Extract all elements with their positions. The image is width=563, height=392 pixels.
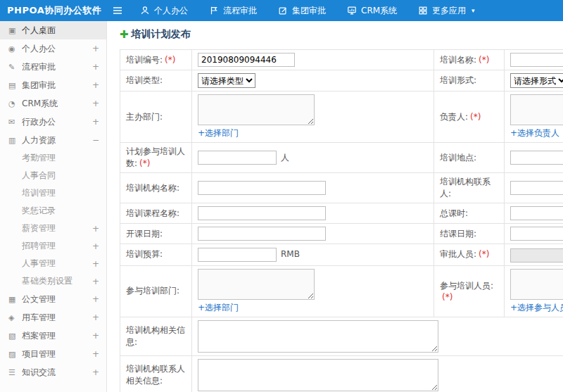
unit-label: RMB: [281, 249, 300, 259]
form-row: 主办部门: +选择部门 负责人:(*) +选择负责人: [120, 91, 563, 143]
sidebar-item-hr-contracts[interactable]: 人事合同: [0, 167, 106, 184]
form-row: 培训机构联系人相关信息:: [120, 355, 563, 392]
archive-icon: ▧: [8, 331, 22, 341]
sidebar-item-human-resources[interactable]: ▥ 人力资源 −: [0, 131, 106, 149]
select-department-link[interactable]: +选择部门: [198, 302, 239, 314]
field-label: 审批人员:(*): [434, 244, 505, 266]
sidebar-item-crm-system[interactable]: ◔ CRM系统 +: [0, 94, 106, 113]
leader-textarea[interactable]: [510, 94, 563, 125]
training-type-select[interactable]: 请选择类型: [198, 73, 255, 88]
org-info-textarea[interactable]: [198, 320, 438, 353]
org-name-input[interactable]: [198, 181, 326, 195]
sidebar-item-knowledge-exchange[interactable]: ☰ 知识交流 +: [0, 363, 106, 381]
sidebar-item-salary-mgmt[interactable]: 薪资管理 +: [0, 220, 106, 237]
field-label: 培训机构名称:: [120, 173, 192, 203]
plus-icon: ✚: [120, 30, 129, 40]
budget-input[interactable]: [198, 248, 277, 262]
field-label: 培训课程名称:: [120, 203, 192, 224]
participant-count-input[interactable]: [198, 151, 277, 165]
field-label: 培训机构联系人相关信息:: [120, 355, 192, 392]
approver-input[interactable]: [510, 248, 563, 263]
select-participants-link[interactable]: +选择参与人员: [510, 302, 563, 314]
course-name-input[interactable]: [198, 206, 326, 220]
car-icon: ◈: [8, 313, 22, 322]
sidebar-item-base-category-settings[interactable]: 基础类别设置 +: [0, 272, 106, 290]
end-date-input[interactable]: [510, 227, 563, 241]
crm-icon: ◔: [8, 99, 22, 108]
people-icon: ▥: [8, 136, 22, 145]
field-label: 参与培训人员:(*): [434, 265, 505, 317]
field-label: 计划参与培训人数:(*): [120, 143, 192, 173]
chart-icon: [347, 6, 357, 15]
sidebar-item-project-mgmt[interactable]: ▨ 项目管理 +: [0, 345, 106, 363]
org-contact-info-textarea[interactable]: [198, 359, 438, 391]
sidebar-item-personnel-mgmt[interactable]: 人事管理 +: [0, 255, 106, 272]
training-location-input[interactable]: [510, 151, 563, 165]
sidebar-item-personal-office[interactable]: ◉ 个人办公 +: [0, 39, 106, 58]
sidebar-item-personal-desktop[interactable]: ▣ 个人桌面: [0, 21, 106, 39]
field-label: 培训机构相关信息:: [120, 317, 192, 355]
training-id-input[interactable]: [198, 53, 295, 67]
field-label: 培训机构联系人:: [434, 173, 505, 203]
document-icon: ▦: [8, 295, 22, 304]
sidebar-item-archive-mgmt[interactable]: ▧ 档案管理 +: [0, 327, 106, 345]
field-label: 开课日期:: [120, 224, 192, 244]
topnav-crm-system[interactable]: CRM系统: [336, 0, 407, 21]
training-form-select[interactable]: 请选择形式: [510, 73, 563, 88]
main-content: ✚ 培训计划发布 培训编号:(*) 培训名称:(*) 培训类型: 请选择类型 培…: [107, 21, 563, 392]
training-name-input[interactable]: [510, 53, 563, 67]
sidebar-item-admin-office[interactable]: ✉ 行政办公 +: [0, 113, 106, 131]
participating-staff-textarea[interactable]: [510, 269, 563, 300]
sidebar-item-group-approval[interactable]: ▤ 集团审批 +: [0, 76, 106, 94]
total-hours-input[interactable]: [510, 206, 563, 220]
flag-icon: [209, 6, 219, 15]
select-leader-link[interactable]: +选择负责人: [510, 127, 559, 139]
page-title: ✚ 培训计划发布: [120, 28, 563, 41]
approval-icon: ✎: [8, 63, 22, 72]
sidebar: ▣ 个人桌面 ◉ 个人办公 + ✎ 流程审批 + ▤ 集团审批 + ◔ CRM系…: [0, 21, 107, 392]
topnav-more-apps[interactable]: 更多应用 ▾: [407, 0, 486, 21]
form-row: 培训类型: 请选择类型 培训形式: 请选择形式: [120, 70, 563, 91]
stamp-icon: ▤: [8, 81, 22, 90]
topbar: PHPOA协同办公软件 个人办公 流程审批 集团审批 CRM系统 更多应用 ▾: [0, 0, 563, 21]
hamburger-menu-icon[interactable]: [106, 5, 129, 16]
grid-icon: [418, 6, 428, 15]
participating-departments-textarea[interactable]: [198, 269, 315, 300]
sidebar-item-vehicle-mgmt[interactable]: ◈ 用车管理 +: [0, 308, 106, 327]
sidebar-item-rewards-records[interactable]: 奖惩记录: [0, 202, 106, 220]
form-row: 开课日期: 结课日期:: [120, 224, 563, 244]
form-row: 培训机构相关信息:: [120, 317, 563, 355]
app-logo: PHPOA协同办公软件: [0, 4, 106, 17]
field-label: 培训类型:: [120, 70, 192, 91]
topnav-process-approval[interactable]: 流程审批: [198, 0, 267, 21]
person-icon: ◉: [8, 44, 22, 53]
field-label: 总课时:: [434, 203, 505, 224]
project-icon: ▨: [8, 350, 22, 359]
sidebar-item-document-mgmt[interactable]: ▦ 公文管理 +: [0, 290, 106, 308]
host-department-textarea[interactable]: [198, 94, 315, 125]
sidebar-item-attendance-mgmt[interactable]: 考勤管理: [0, 149, 106, 167]
field-label: 结课日期:: [434, 224, 505, 244]
field-label: 负责人:(*): [434, 91, 505, 143]
field-label: 培训名称:(*): [434, 50, 505, 70]
sidebar-item-recruitment-mgmt[interactable]: 招聘管理 +: [0, 237, 106, 255]
form-row: 培训课程名称: 总课时:: [120, 203, 563, 224]
training-plan-form: 培训编号:(*) 培训名称:(*) 培训类型: 请选择类型 培训形式: 请选择形…: [120, 49, 563, 392]
unit-label: 人: [281, 153, 289, 163]
mail-icon: ✉: [8, 118, 22, 127]
topnav-group-approval[interactable]: 集团审批: [267, 0, 336, 21]
form-row: 培训编号:(*) 培训名称:(*): [120, 50, 563, 70]
form-row: 培训机构名称: 培训机构联系人:: [120, 173, 563, 203]
user-icon: [140, 6, 150, 15]
form-row: 参与培训部门: +选择部门 参与培训人员:(*) +选择参与人员: [120, 265, 563, 317]
field-label: 培训编号:(*): [120, 50, 192, 70]
select-department-link[interactable]: +选择部门: [198, 127, 239, 139]
sidebar-item-training-mgmt[interactable]: 培训管理: [0, 184, 106, 202]
chat-icon: ☰: [8, 368, 22, 377]
org-contact-input[interactable]: [510, 181, 563, 195]
sidebar-item-process-approval[interactable]: ✎ 流程审批 +: [0, 58, 106, 76]
chevron-down-icon: ▾: [472, 7, 475, 14]
desktop-icon: ▣: [8, 26, 22, 35]
start-date-input[interactable]: [198, 227, 326, 241]
topnav-personal-office[interactable]: 个人办公: [129, 0, 198, 21]
